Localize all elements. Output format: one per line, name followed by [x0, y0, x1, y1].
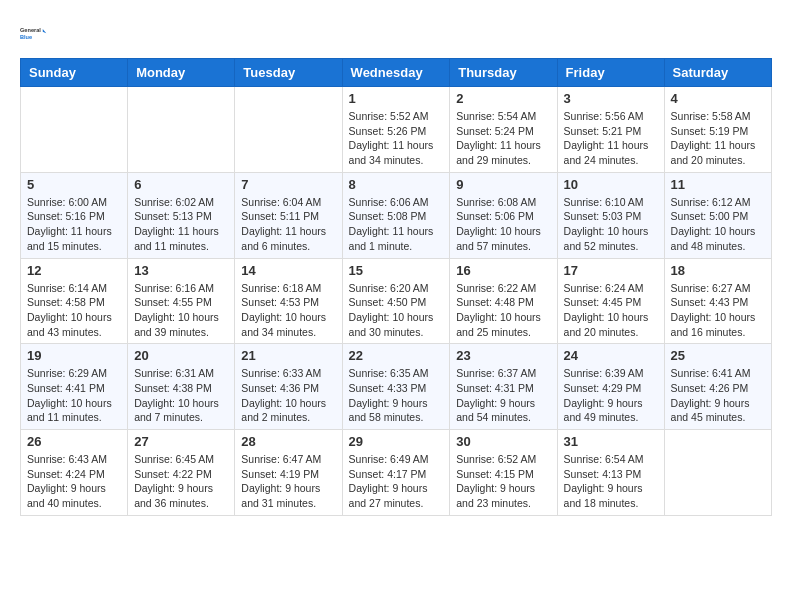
day-info: Sunrise: 6:47 AM Sunset: 4:19 PM Dayligh… [241, 452, 335, 511]
day-info: Sunrise: 6:12 AM Sunset: 5:00 PM Dayligh… [671, 195, 765, 254]
calendar-cell: 26Sunrise: 6:43 AM Sunset: 4:24 PM Dayli… [21, 430, 128, 516]
calendar-cell: 14Sunrise: 6:18 AM Sunset: 4:53 PM Dayli… [235, 258, 342, 344]
calendar-cell: 2Sunrise: 5:54 AM Sunset: 5:24 PM Daylig… [450, 87, 557, 173]
weekday-header-row: SundayMondayTuesdayWednesdayThursdayFrid… [21, 59, 772, 87]
day-number: 4 [671, 91, 765, 106]
calendar-cell: 5Sunrise: 6:00 AM Sunset: 5:16 PM Daylig… [21, 172, 128, 258]
calendar-week-row: 1Sunrise: 5:52 AM Sunset: 5:26 PM Daylig… [21, 87, 772, 173]
day-number: 1 [349, 91, 444, 106]
logo-icon: GeneralBlue [20, 20, 48, 48]
svg-marker-2 [43, 29, 47, 33]
calendar-cell: 19Sunrise: 6:29 AM Sunset: 4:41 PM Dayli… [21, 344, 128, 430]
day-info: Sunrise: 6:22 AM Sunset: 4:48 PM Dayligh… [456, 281, 550, 340]
calendar-cell: 31Sunrise: 6:54 AM Sunset: 4:13 PM Dayli… [557, 430, 664, 516]
day-info: Sunrise: 6:18 AM Sunset: 4:53 PM Dayligh… [241, 281, 335, 340]
svg-text:Blue: Blue [20, 34, 32, 40]
day-number: 22 [349, 348, 444, 363]
day-number: 15 [349, 263, 444, 278]
calendar-cell: 30Sunrise: 6:52 AM Sunset: 4:15 PM Dayli… [450, 430, 557, 516]
day-number: 9 [456, 177, 550, 192]
day-number: 3 [564, 91, 658, 106]
calendar-cell: 11Sunrise: 6:12 AM Sunset: 5:00 PM Dayli… [664, 172, 771, 258]
day-number: 30 [456, 434, 550, 449]
day-number: 29 [349, 434, 444, 449]
calendar-cell: 18Sunrise: 6:27 AM Sunset: 4:43 PM Dayli… [664, 258, 771, 344]
calendar-cell: 6Sunrise: 6:02 AM Sunset: 5:13 PM Daylig… [128, 172, 235, 258]
calendar-cell [21, 87, 128, 173]
day-number: 8 [349, 177, 444, 192]
day-info: Sunrise: 6:29 AM Sunset: 4:41 PM Dayligh… [27, 366, 121, 425]
calendar-cell: 15Sunrise: 6:20 AM Sunset: 4:50 PM Dayli… [342, 258, 450, 344]
weekday-header: Monday [128, 59, 235, 87]
day-number: 21 [241, 348, 335, 363]
day-info: Sunrise: 6:00 AM Sunset: 5:16 PM Dayligh… [27, 195, 121, 254]
calendar-cell [235, 87, 342, 173]
calendar-cell: 1Sunrise: 5:52 AM Sunset: 5:26 PM Daylig… [342, 87, 450, 173]
calendar-cell: 28Sunrise: 6:47 AM Sunset: 4:19 PM Dayli… [235, 430, 342, 516]
day-info: Sunrise: 6:33 AM Sunset: 4:36 PM Dayligh… [241, 366, 335, 425]
calendar-week-row: 26Sunrise: 6:43 AM Sunset: 4:24 PM Dayli… [21, 430, 772, 516]
day-number: 13 [134, 263, 228, 278]
day-info: Sunrise: 6:31 AM Sunset: 4:38 PM Dayligh… [134, 366, 228, 425]
day-number: 18 [671, 263, 765, 278]
day-number: 24 [564, 348, 658, 363]
day-number: 27 [134, 434, 228, 449]
calendar-week-row: 19Sunrise: 6:29 AM Sunset: 4:41 PM Dayli… [21, 344, 772, 430]
day-info: Sunrise: 5:58 AM Sunset: 5:19 PM Dayligh… [671, 109, 765, 168]
calendar-cell: 3Sunrise: 5:56 AM Sunset: 5:21 PM Daylig… [557, 87, 664, 173]
calendar-table: SundayMondayTuesdayWednesdayThursdayFrid… [20, 58, 772, 516]
day-number: 26 [27, 434, 121, 449]
day-number: 28 [241, 434, 335, 449]
weekday-header: Sunday [21, 59, 128, 87]
day-number: 17 [564, 263, 658, 278]
day-number: 6 [134, 177, 228, 192]
day-info: Sunrise: 6:02 AM Sunset: 5:13 PM Dayligh… [134, 195, 228, 254]
day-info: Sunrise: 6:39 AM Sunset: 4:29 PM Dayligh… [564, 366, 658, 425]
calendar-cell: 9Sunrise: 6:08 AM Sunset: 5:06 PM Daylig… [450, 172, 557, 258]
calendar-week-row: 5Sunrise: 6:00 AM Sunset: 5:16 PM Daylig… [21, 172, 772, 258]
day-number: 11 [671, 177, 765, 192]
day-number: 16 [456, 263, 550, 278]
day-info: Sunrise: 6:27 AM Sunset: 4:43 PM Dayligh… [671, 281, 765, 340]
calendar-week-row: 12Sunrise: 6:14 AM Sunset: 4:58 PM Dayli… [21, 258, 772, 344]
calendar-cell: 20Sunrise: 6:31 AM Sunset: 4:38 PM Dayli… [128, 344, 235, 430]
calendar-cell: 17Sunrise: 6:24 AM Sunset: 4:45 PM Dayli… [557, 258, 664, 344]
day-number: 14 [241, 263, 335, 278]
day-info: Sunrise: 5:54 AM Sunset: 5:24 PM Dayligh… [456, 109, 550, 168]
day-info: Sunrise: 6:04 AM Sunset: 5:11 PM Dayligh… [241, 195, 335, 254]
day-number: 23 [456, 348, 550, 363]
day-info: Sunrise: 6:54 AM Sunset: 4:13 PM Dayligh… [564, 452, 658, 511]
day-info: Sunrise: 6:49 AM Sunset: 4:17 PM Dayligh… [349, 452, 444, 511]
svg-text:General: General [20, 27, 41, 33]
page-header: GeneralBlue [20, 20, 772, 48]
day-number: 7 [241, 177, 335, 192]
calendar-cell: 12Sunrise: 6:14 AM Sunset: 4:58 PM Dayli… [21, 258, 128, 344]
calendar-cell: 10Sunrise: 6:10 AM Sunset: 5:03 PM Dayli… [557, 172, 664, 258]
calendar-cell: 7Sunrise: 6:04 AM Sunset: 5:11 PM Daylig… [235, 172, 342, 258]
day-info: Sunrise: 5:52 AM Sunset: 5:26 PM Dayligh… [349, 109, 444, 168]
calendar-cell: 25Sunrise: 6:41 AM Sunset: 4:26 PM Dayli… [664, 344, 771, 430]
calendar-cell: 23Sunrise: 6:37 AM Sunset: 4:31 PM Dayli… [450, 344, 557, 430]
calendar-cell: 4Sunrise: 5:58 AM Sunset: 5:19 PM Daylig… [664, 87, 771, 173]
weekday-header: Saturday [664, 59, 771, 87]
day-number: 10 [564, 177, 658, 192]
day-info: Sunrise: 6:08 AM Sunset: 5:06 PM Dayligh… [456, 195, 550, 254]
day-info: Sunrise: 6:52 AM Sunset: 4:15 PM Dayligh… [456, 452, 550, 511]
calendar-cell: 16Sunrise: 6:22 AM Sunset: 4:48 PM Dayli… [450, 258, 557, 344]
day-info: Sunrise: 6:45 AM Sunset: 4:22 PM Dayligh… [134, 452, 228, 511]
day-info: Sunrise: 6:37 AM Sunset: 4:31 PM Dayligh… [456, 366, 550, 425]
day-number: 19 [27, 348, 121, 363]
calendar-cell: 29Sunrise: 6:49 AM Sunset: 4:17 PM Dayli… [342, 430, 450, 516]
day-number: 31 [564, 434, 658, 449]
day-info: Sunrise: 6:35 AM Sunset: 4:33 PM Dayligh… [349, 366, 444, 425]
day-number: 20 [134, 348, 228, 363]
calendar-cell: 24Sunrise: 6:39 AM Sunset: 4:29 PM Dayli… [557, 344, 664, 430]
day-info: Sunrise: 5:56 AM Sunset: 5:21 PM Dayligh… [564, 109, 658, 168]
weekday-header: Wednesday [342, 59, 450, 87]
weekday-header: Friday [557, 59, 664, 87]
calendar-cell: 13Sunrise: 6:16 AM Sunset: 4:55 PM Dayli… [128, 258, 235, 344]
day-info: Sunrise: 6:20 AM Sunset: 4:50 PM Dayligh… [349, 281, 444, 340]
calendar-cell: 21Sunrise: 6:33 AM Sunset: 4:36 PM Dayli… [235, 344, 342, 430]
calendar-cell [664, 430, 771, 516]
day-info: Sunrise: 6:14 AM Sunset: 4:58 PM Dayligh… [27, 281, 121, 340]
